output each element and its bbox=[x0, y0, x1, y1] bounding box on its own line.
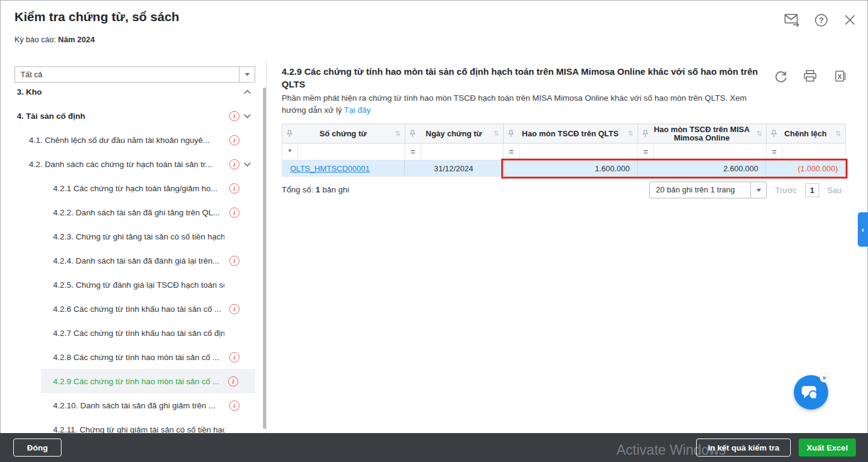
sort-icon[interactable]: ⇅ bbox=[835, 130, 841, 138]
chevron-icon[interactable] bbox=[241, 90, 254, 94]
chat-support-button[interactable]: ✕ bbox=[794, 375, 828, 410]
info-icon[interactable]: i bbox=[229, 207, 239, 218]
expand-panel-tab[interactable]: ‹ bbox=[858, 212, 868, 247]
chat-close-icon[interactable]: ✕ bbox=[820, 373, 829, 382]
tree-item[interactable]: 4.2.4. Danh sách tài sản đã đánh giá lại… bbox=[0, 248, 261, 273]
table-header-row: Số chứng từ⇅ Ngày chứng từ⇅ Hao mòn TSCĐ… bbox=[282, 124, 846, 144]
sort-icon[interactable]: ⇅ bbox=[628, 130, 633, 138]
chevron-icon[interactable] bbox=[241, 162, 254, 166]
cell-chenh-lech: (1.000.000) bbox=[766, 160, 846, 176]
tree-item-label: 4.2.3. Chứng từ ghi tăng tài sản có số t… bbox=[53, 232, 224, 241]
col-header-chenh-lech[interactable]: Chênh lệch⇅ bbox=[767, 124, 845, 143]
help-link[interactable]: Tại đây bbox=[344, 106, 370, 115]
cell-hao-mon-mimosa: 2.600.000 bbox=[638, 160, 766, 176]
chevron-down-icon[interactable] bbox=[750, 182, 766, 198]
print-icon[interactable] bbox=[802, 68, 818, 84]
page-number-input[interactable]: 1 bbox=[805, 183, 819, 197]
sort-icon[interactable]: ⇅ bbox=[493, 130, 499, 138]
filter-operator[interactable]: = bbox=[504, 144, 519, 160]
info-icon[interactable]: i bbox=[229, 400, 239, 411]
filter-cell[interactable]: * bbox=[282, 144, 405, 160]
info-icon[interactable]: i bbox=[229, 159, 239, 169]
sidebar-filter-select[interactable]: Tất cả bbox=[14, 66, 255, 83]
refresh-icon[interactable] bbox=[773, 68, 788, 84]
tree-item[interactable]: 4.2.10. Danh sách tài sản đã ghi giảm tr… bbox=[0, 393, 261, 417]
next-page-button[interactable]: Sau bbox=[828, 186, 841, 195]
tree-item[interactable]: 4.2.1 Các chứng từ hạch toán tăng/giảm h… bbox=[0, 176, 261, 200]
filter-operator[interactable]: * bbox=[282, 144, 298, 160]
close-icon[interactable] bbox=[841, 12, 858, 28]
tree-item[interactable]: 4.2. Danh sách các chứng từ hạch toán tà… bbox=[0, 152, 261, 176]
tree-item[interactable]: 4.2.6 Các chứng từ tính khấu hao tài sản… bbox=[0, 297, 261, 321]
tree-item[interactable]: 4.2.8 Các chứng từ tính hao mòn tài sản … bbox=[0, 345, 261, 369]
tree-item[interactable]: 4.2.3. Chứng từ ghi tăng tài sản có số t… bbox=[0, 224, 261, 248]
help-icon[interactable]: ? bbox=[813, 12, 829, 28]
info-icon[interactable]: i bbox=[229, 111, 239, 121]
pin-icon bbox=[771, 130, 777, 138]
export-excel-button[interactable]: Xuất Excel bbox=[799, 438, 856, 457]
document-link[interactable]: QLTS_HMTSCD00001 bbox=[290, 164, 370, 173]
tree-item-label: 4.2.11. Chứng từ ghi giảm tài sản có số … bbox=[53, 425, 224, 434]
feedback-mail-icon[interactable] bbox=[784, 12, 800, 28]
tree-item[interactable]: 4.2.2. Danh sách tài sản đã ghi tăng trê… bbox=[0, 200, 261, 224]
info-icon[interactable]: i bbox=[229, 135, 239, 145]
tree-item[interactable]: 4.2.9 Các chứng từ tính hao mòn tài sản … bbox=[41, 369, 255, 393]
cell-ngay-chung-tu: 31/12/2024 bbox=[405, 160, 503, 176]
filter-cell[interactable]: = bbox=[638, 144, 767, 160]
tree-item-label: 4.2.7 Các chứng từ tính khấu hao tài sản… bbox=[53, 329, 224, 338]
tree-item[interactable]: 4.2.5. Chứng từ đánh giá lại TSCĐ hạch t… bbox=[0, 273, 261, 297]
tree-item-label: 4.2.1 Các chứng từ hạch toán tăng/giảm h… bbox=[53, 184, 224, 193]
filter-cell[interactable]: = bbox=[405, 144, 504, 160]
cell-so-chung-tu: QLTS_HMTSCD00001 bbox=[282, 160, 405, 176]
info-icon[interactable]: i bbox=[229, 352, 239, 362]
filter-cell[interactable]: = bbox=[767, 144, 845, 160]
info-icon[interactable]: i bbox=[229, 183, 239, 194]
info-icon[interactable]: i bbox=[229, 304, 239, 314]
section-description: Phần mềm phát hiện ra chứng từ tính hao … bbox=[282, 92, 761, 116]
report-period: Kỳ báo cáo: Năm 2024 bbox=[14, 35, 95, 44]
tree-item[interactable]: 4.2.7 Các chứng từ tính khấu hao tài sản… bbox=[0, 321, 261, 345]
close-button[interactable]: Đóng bbox=[13, 438, 62, 457]
filter-cell[interactable]: = bbox=[504, 144, 638, 160]
pin-icon bbox=[287, 130, 293, 138]
col-header-ngay-chung-tu[interactable]: Ngày chứng từ⇅ bbox=[405, 124, 504, 143]
chat-bubbles-icon bbox=[801, 384, 822, 402]
col-header-so-chung-tu[interactable]: Số chứng từ⇅ bbox=[282, 124, 405, 143]
tree-item[interactable]: 4.1. Chênh lệch số dư đầu năm tài khoản … bbox=[0, 128, 261, 152]
export-excel-icon[interactable]: X bbox=[832, 68, 847, 84]
filter-operator[interactable]: = bbox=[638, 144, 654, 160]
tree-item-label: 4.2.2. Danh sách tài sản đã ghi tăng trê… bbox=[53, 208, 224, 217]
chevron-icon[interactable] bbox=[241, 114, 254, 118]
col-header-hao-mon-mimosa[interactable]: Hao mòn TSCĐ trên MISA Mimosa Online⇅ bbox=[638, 124, 767, 143]
info-icon[interactable]: i bbox=[229, 256, 239, 266]
report-period-value: Năm 2024 bbox=[58, 35, 95, 44]
sidebar-tree: 3. Kho i 4. Tài sản cố định i 4.1. Chênh… bbox=[0, 85, 261, 433]
pagination: 20 bản ghi trên 1 trang Trước 1 Sau bbox=[649, 182, 841, 198]
sort-icon[interactable]: ⇅ bbox=[756, 130, 762, 138]
pin-icon bbox=[410, 130, 416, 138]
tree-item-label: 4. Tài sản cố định bbox=[17, 112, 224, 121]
info-icon[interactable]: i bbox=[228, 376, 238, 387]
svg-text:?: ? bbox=[819, 16, 823, 24]
tree-item-label: 4.2.6 Các chứng từ tính khấu hao tài sản… bbox=[53, 305, 224, 314]
tree-item[interactable]: 4.2.11. Chứng từ ghi giảm tài sản có số … bbox=[0, 417, 261, 433]
tree-item-label: 4.1. Chênh lệch số dư đầu năm tài khoản … bbox=[29, 136, 224, 145]
print-results-button[interactable]: In kết quả kiểm tra bbox=[696, 438, 791, 457]
col-header-hao-mon-qlts[interactable]: Hao mòn TSCĐ trên QLTS⇅ bbox=[504, 124, 638, 143]
tree-item[interactable]: 4. Tài sản cố định i bbox=[0, 104, 261, 128]
page-size-select[interactable]: 20 bản ghi trên 1 trang bbox=[649, 182, 767, 198]
tree-item[interactable]: 3. Kho i bbox=[0, 85, 261, 104]
table-filter-row: * = = = = bbox=[282, 144, 846, 160]
tree-item-label: 4.2.10. Danh sách tài sản đã ghi giảm tr… bbox=[53, 401, 224, 410]
tree-item-label: 4.2.5. Chứng từ đánh giá lại TSCĐ hạch t… bbox=[53, 280, 224, 290]
filter-operator[interactable]: = bbox=[767, 144, 782, 160]
filter-operator[interactable]: = bbox=[405, 144, 421, 160]
footer-bar: Activate Windows Đóng In kết quả kiểm tr… bbox=[0, 433, 868, 462]
prev-page-button[interactable]: Trước bbox=[775, 186, 797, 195]
chevron-left-icon: ‹ bbox=[861, 225, 864, 234]
chevron-down-icon[interactable] bbox=[239, 67, 255, 82]
sort-icon[interactable]: ⇅ bbox=[395, 130, 401, 138]
cell-hao-mon-qlts: 1.600.000 bbox=[503, 160, 638, 176]
tree-item-label: 4.2.4. Danh sách tài sản đã đánh giá lại… bbox=[53, 256, 224, 265]
pin-icon bbox=[508, 130, 514, 138]
